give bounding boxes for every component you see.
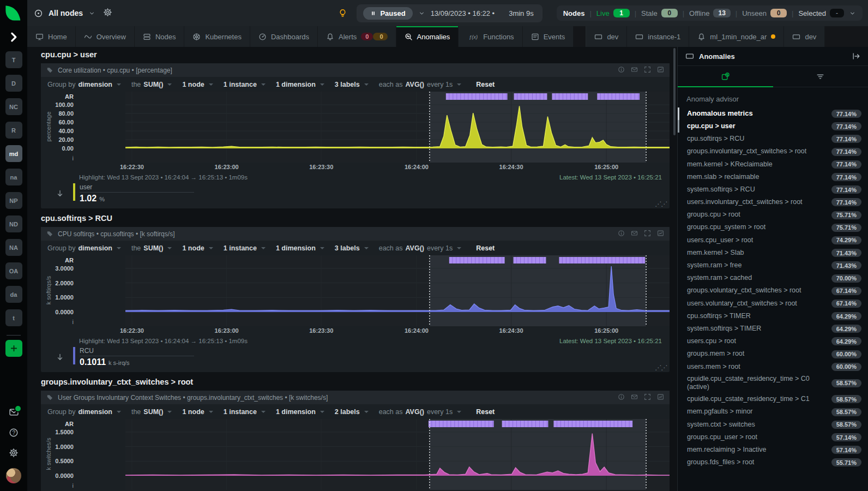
toolbar-dropdown[interactable]: 3 labels: [335, 244, 369, 252]
tab-nodes[interactable]: Nodes: [135, 26, 185, 47]
space-D[interactable]: D: [5, 75, 22, 92]
metric-row[interactable]: mem.kernel > Slab71.43%: [678, 247, 868, 259]
space-na[interactable]: na: [5, 169, 22, 185]
toolbar-dropdown[interactable]: 2 labels: [335, 408, 369, 416]
legend-item[interactable]: user1.02%: [73, 183, 194, 203]
space-t[interactable]: t: [5, 309, 22, 326]
notifications-button[interactable]: [9, 407, 19, 419]
metric-row[interactable]: users.voluntary_ctxt_switches > root67.1…: [678, 297, 868, 310]
collapse-panel-button[interactable]: [852, 52, 860, 61]
resize-handle[interactable]: ⋰⋰: [655, 200, 667, 208]
nodes-selected[interactable]: Selected -: [798, 9, 844, 17]
toolbar-dropdown[interactable]: 1 instance: [224, 81, 266, 88]
chart-type-button[interactable]: [657, 66, 664, 75]
metric-row[interactable]: cpu.cpu > user77.14%: [678, 120, 868, 133]
toolbar-dropdown[interactable]: 1 node: [182, 81, 213, 88]
toolbar-dropdown[interactable]: theSUM(): [131, 81, 172, 88]
scroll-down-icon[interactable]: [56, 353, 64, 362]
metric-row[interactable]: system.ram > free71.43%: [678, 259, 868, 272]
metric-row[interactable]: groups.cpu_system > root75.71%: [678, 221, 868, 234]
metric-row[interactable]: mem.pgfaults > minor58.57%: [678, 406, 868, 418]
metric-row[interactable]: groups.mem > root60.00%: [678, 348, 868, 361]
metric-row[interactable]: system.softirqs > RCU77.14%: [678, 183, 868, 196]
metric-row[interactable]: cpuidle.cpu_cstate_residency_time > C158…: [678, 393, 868, 405]
chart-plot[interactable]: [125, 419, 670, 490]
metric-row[interactable]: system.softirqs > TIMER64.29%: [678, 322, 868, 335]
metric-row[interactable]: system.ctxt > switches58.57%: [678, 418, 868, 431]
chart-info-button[interactable]: [618, 393, 625, 402]
chart-plot[interactable]: [125, 92, 670, 163]
metric-row[interactable]: groups.involuntary_ctxt_switches > root7…: [678, 146, 868, 158]
space-NA[interactable]: NA: [5, 239, 22, 256]
tab-overview[interactable]: Overview: [76, 26, 135, 47]
chart-info-button[interactable]: [618, 66, 625, 75]
toolbar-dropdown[interactable]: 1 dimension: [276, 408, 324, 416]
toolbar-dropdown[interactable]: theSUM(): [131, 244, 172, 252]
scroll-down-icon[interactable]: [56, 189, 64, 198]
lightbulb-icon[interactable]: [337, 8, 348, 19]
space-T[interactable]: T: [5, 51, 22, 68]
fullscreen-button[interactable]: [644, 393, 651, 402]
toolbar-dropdown[interactable]: 1 node: [182, 244, 213, 252]
toolbar-dropdown[interactable]: Group bydimension: [47, 408, 121, 416]
expand-sidebar-button[interactable]: [8, 32, 19, 43]
nodes-stale[interactable]: Stale0: [641, 9, 678, 17]
metric-row[interactable]: cpuidle.cpu_cstate_residency_time > C0 (…: [678, 373, 868, 393]
metric-row[interactable]: groups.cpu_user > root57.14%: [678, 431, 868, 444]
chevron-down-icon[interactable]: [418, 10, 425, 17]
fullscreen-button[interactable]: [644, 230, 651, 238]
fullscreen-button[interactable]: [644, 66, 651, 75]
metric-row-header[interactable]: Anomalous metrics77.14%: [678, 107, 868, 120]
toolbar-dropdown[interactable]: theSUM(): [131, 408, 172, 416]
nodes-live[interactable]: Live1: [596, 9, 630, 17]
space-settings-button[interactable]: [103, 8, 112, 19]
chevron-down-icon[interactable]: [849, 10, 856, 17]
toolbar-dropdown[interactable]: 1 instance: [224, 244, 266, 252]
tab-instance-1[interactable]: instance-1: [627, 26, 689, 47]
toolbar-dropdown[interactable]: 1 dimension: [276, 244, 324, 252]
tab-home[interactable]: Home: [27, 26, 76, 47]
toolbar-dropdown[interactable]: Group bydimension: [47, 81, 121, 88]
tab-functions[interactable]: ƒ(x)Functions: [459, 26, 522, 47]
tab-filters[interactable]: [773, 66, 868, 87]
toolbar-dropdown[interactable]: each asAVG()every 1s: [379, 408, 462, 416]
metric-row[interactable]: users.cpu > root64.29%: [678, 335, 868, 348]
tab-ml-1min-node-ar[interactable]: ml_1min_node_ar: [689, 26, 784, 47]
space-md[interactable]: md: [5, 145, 22, 162]
metric-row[interactable]: mem.slab > reclaimable77.14%: [678, 171, 868, 183]
reset-button[interactable]: Reset: [476, 81, 495, 88]
tab-anomaly-advisor[interactable]: [678, 66, 773, 87]
toolbar-dropdown[interactable]: each asAVG()every 1s: [379, 81, 462, 88]
chart-type-button[interactable]: [657, 230, 664, 238]
tab-dashboards[interactable]: Dashboards: [250, 26, 318, 47]
space-NC[interactable]: NC: [5, 98, 22, 115]
nodes-offline[interactable]: Offline13: [689, 9, 731, 17]
toolbar-dropdown[interactable]: 3 labels: [335, 81, 369, 88]
help-button[interactable]: ?: [9, 428, 19, 439]
space-ND[interactable]: ND: [5, 215, 22, 232]
metric-row[interactable]: mem.kernel > KReclaimable77.14%: [678, 158, 868, 171]
datetime-display[interactable]: 13/09/2023 • 16:22 •: [431, 9, 495, 17]
space-da[interactable]: da: [5, 286, 22, 303]
reset-button[interactable]: Reset: [476, 408, 495, 416]
metric-row[interactable]: mem.reclaiming > Inactive57.14%: [678, 444, 868, 456]
reset-button[interactable]: Reset: [476, 244, 495, 252]
toolbar-dropdown[interactable]: each asAVG()every 1s: [379, 244, 462, 252]
tab-alerts[interactable]: Alerts00: [318, 26, 396, 47]
chart-alerts-button[interactable]: [631, 66, 638, 75]
metric-row[interactable]: users.mem > root60.00%: [678, 361, 868, 373]
netdata-logo-icon[interactable]: [4, 3, 23, 23]
metric-row[interactable]: groups.cpu > root75.71%: [678, 209, 868, 221]
metric-row[interactable]: cpu.softirqs > TIMER64.29%: [678, 310, 868, 322]
avatar[interactable]: [6, 468, 21, 483]
chart-type-button[interactable]: [657, 393, 664, 402]
chart-plot[interactable]: [125, 255, 670, 326]
tab-events[interactable]: Events: [523, 26, 574, 47]
space-R[interactable]: R: [5, 122, 22, 139]
legend-item[interactable]: RCU0.1011k s-irq/s: [73, 347, 194, 367]
chart-alerts-button[interactable]: [631, 230, 638, 238]
tab-anomalies[interactable]: Anomalies: [396, 26, 459, 47]
chart-info-button[interactable]: [618, 230, 625, 238]
metric-row[interactable]: system.ram > cached70.00%: [678, 272, 868, 284]
metric-row[interactable]: cpu.softirqs > RCU77.14%: [678, 133, 868, 145]
